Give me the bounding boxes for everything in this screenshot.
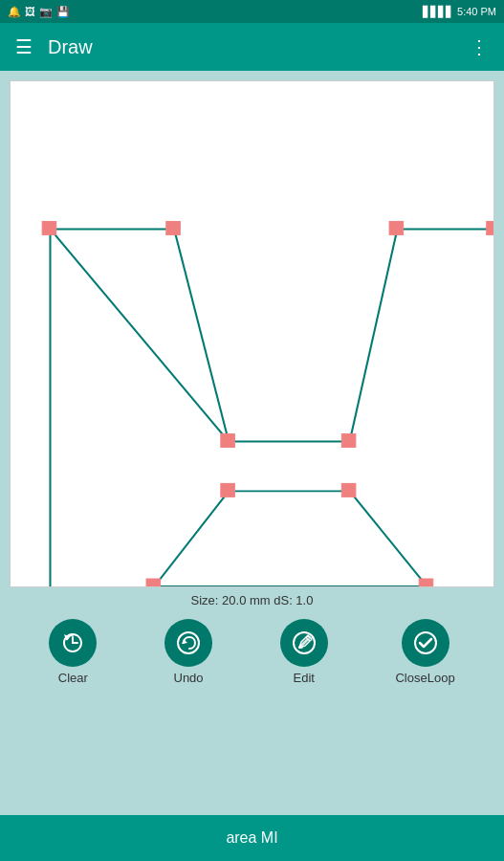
menu-icon[interactable]: ☰ [15, 35, 33, 58]
bottom-bar-label: area MI [226, 829, 277, 847]
undo-button[interactable]: Undo [164, 619, 212, 685]
clear-label: Clear [58, 671, 88, 685]
more-icon[interactable]: ⋮ [470, 35, 489, 58]
status-icons-left: 🔔 🖼 📷 💾 [8, 6, 70, 18]
edit-label: Edit [294, 671, 315, 685]
svg-rect-21 [146, 579, 161, 586]
svg-line-5 [350, 229, 398, 441]
svg-rect-15 [389, 221, 404, 234]
closeloop-icon [402, 619, 449, 667]
svg-rect-18 [341, 434, 356, 448]
drawing-svg [11, 81, 493, 586]
edit-button[interactable]: Edit [280, 619, 328, 685]
bottom-bar[interactable]: area MI [0, 815, 504, 861]
undo-label: Undo [174, 671, 204, 685]
svg-rect-14 [166, 221, 181, 234]
app-toolbar: ☰ Draw ⋮ [0, 23, 504, 71]
signal-icon: ▋▋▋▋ [423, 6, 453, 18]
clear-icon [49, 619, 97, 667]
svg-rect-16 [487, 221, 493, 234]
camera-icon: 📷 [39, 6, 53, 18]
sdcard-icon: 💾 [56, 6, 70, 18]
edit-icon [280, 619, 328, 667]
svg-line-9 [154, 491, 229, 586]
svg-rect-22 [419, 579, 433, 586]
notification-icon: 🔔 [8, 6, 21, 18]
toolbar-left: ☰ Draw [15, 35, 93, 58]
status-bar: 🔔 🖼 📷 💾 ▋▋▋▋ 5:40 PM [0, 0, 504, 23]
size-info: Size: 20.0 mm dS: 1.0 [0, 587, 504, 611]
svg-rect-20 [341, 483, 356, 497]
status-icons-right: ▋▋▋▋ 5:40 PM [423, 6, 496, 18]
clear-button[interactable]: Clear [49, 619, 97, 685]
svg-line-10 [350, 491, 427, 586]
closeloop-label: CloseLoop [395, 671, 454, 685]
svg-rect-19 [221, 483, 235, 497]
time-display: 5:40 PM [457, 6, 496, 17]
drawing-canvas[interactable] [10, 80, 494, 587]
svg-rect-17 [221, 434, 235, 448]
closeloop-button[interactable]: CloseLoop [395, 619, 454, 685]
toolbar-title: Draw [48, 36, 93, 58]
bottom-toolbar: Clear Undo Edit [0, 611, 504, 689]
svg-point-31 [415, 632, 436, 653]
svg-rect-13 [42, 221, 56, 234]
undo-icon [164, 619, 212, 667]
image-icon: 🖼 [25, 6, 35, 17]
